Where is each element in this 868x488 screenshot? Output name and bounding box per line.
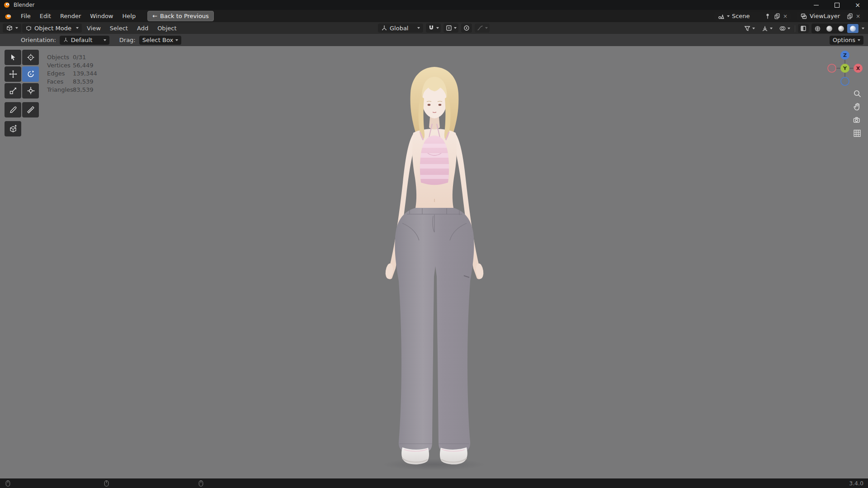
- pin-icon[interactable]: [764, 13, 771, 20]
- unlink-scene-icon[interactable]: ×: [783, 14, 788, 19]
- window-title: Blender: [14, 2, 35, 8]
- toggle-ortho-button[interactable]: [852, 128, 863, 139]
- chevron-down-icon: [417, 27, 420, 29]
- viewlayer-selector[interactable]: ViewLayer ×: [797, 12, 863, 21]
- mouse-left-hint-icon: [5, 480, 11, 487]
- menu-edit[interactable]: Edit: [35, 10, 56, 22]
- back-to-previous-button[interactable]: ← Back to Previous: [147, 11, 214, 21]
- menubar: File Edit Render Window Help ← Back to P…: [0, 10, 868, 23]
- axis-navigation-gizmo[interactable]: Z X Y: [826, 49, 864, 87]
- shading-solid-button[interactable]: [824, 24, 835, 33]
- axis-y-label: Y: [843, 66, 847, 71]
- transform-orientation-dropdown[interactable]: Global: [378, 23, 423, 33]
- tool-palette: [5, 50, 40, 138]
- menu-add[interactable]: Add: [133, 23, 152, 33]
- mode-dropdown[interactable]: Object Mode: [22, 23, 82, 33]
- new-scene-icon[interactable]: [774, 13, 781, 20]
- chevron-down-icon: [485, 27, 488, 29]
- scene-icon: [717, 13, 725, 20]
- viewport-header: Object Mode View Select Add Object Globa…: [0, 22, 868, 34]
- chevron-down-icon: [727, 15, 730, 17]
- xray-toggle-button[interactable]: [798, 24, 809, 33]
- proportional-editing-icon: [463, 24, 470, 32]
- axis-z-negative-handle[interactable]: [841, 77, 849, 85]
- select-tweak-tool-button[interactable]: [5, 50, 21, 65]
- stat-label: Edges: [47, 70, 73, 78]
- scale-tool-button[interactable]: [5, 83, 21, 99]
- gizmo-icon: [761, 25, 769, 32]
- scene-viewlayer-area: Scene × ViewLayer ×: [714, 12, 863, 21]
- viewlayer-name[interactable]: ViewLayer: [810, 13, 844, 19]
- proportional-editing-button[interactable]: [461, 23, 472, 33]
- chevron-down-icon: [104, 39, 106, 41]
- app-menu-button[interactable]: [0, 10, 16, 22]
- menu-view[interactable]: View: [83, 23, 105, 33]
- stat-label: Triangles: [47, 86, 73, 94]
- orientation-axes-icon: [63, 37, 69, 43]
- camera-view-button[interactable]: [852, 115, 863, 126]
- move-tool-button[interactable]: [5, 66, 21, 82]
- remove-viewlayer-icon[interactable]: ×: [856, 14, 860, 19]
- scene-selector[interactable]: Scene ×: [714, 12, 791, 21]
- stat-label: Vertices: [47, 61, 73, 70]
- viewport-header-right: [742, 23, 864, 33]
- transform-icon: [26, 86, 35, 95]
- add-cube-tool-button[interactable]: [5, 121, 21, 136]
- axis-x-negative-handle[interactable]: [828, 64, 836, 72]
- editor-type-button[interactable]: [3, 23, 21, 33]
- orientation-default-dropdown[interactable]: Default: [60, 36, 109, 45]
- options-label: Options: [833, 37, 855, 43]
- window-close-button[interactable]: ×: [847, 0, 868, 10]
- selectability-filter-dropdown[interactable]: [742, 24, 757, 33]
- zoom-button[interactable]: [852, 88, 863, 99]
- new-viewlayer-icon[interactable]: [846, 13, 854, 20]
- menu-help[interactable]: Help: [118, 10, 141, 22]
- options-dropdown[interactable]: Options: [830, 36, 863, 45]
- window-maximize-button[interactable]: [826, 0, 847, 10]
- menu-select[interactable]: Select: [106, 23, 132, 33]
- pan-button[interactable]: [852, 101, 863, 112]
- measure-tool-button[interactable]: [22, 102, 39, 117]
- stat-row: Triangles83,539: [47, 86, 97, 94]
- window-controls: ×: [806, 0, 868, 10]
- hand-icon: [853, 102, 862, 111]
- character-model[interactable]: [375, 64, 493, 466]
- orientation-default-value: Default: [71, 37, 101, 43]
- snap-toggle-button[interactable]: [426, 23, 441, 33]
- character-figure: [375, 64, 493, 466]
- snap-target-dropdown[interactable]: [443, 23, 458, 33]
- drag-dropdown[interactable]: Select Box: [139, 36, 181, 45]
- back-to-previous-label: Back to Previous: [160, 13, 209, 19]
- transform-tool-button[interactable]: [22, 83, 39, 99]
- snap-increment-icon: [445, 24, 453, 32]
- stat-row: Edges139,344: [47, 70, 97, 78]
- scene-name[interactable]: Scene: [732, 13, 762, 19]
- solid-sphere-icon: [826, 26, 832, 32]
- tool-settings-right: Options: [830, 36, 863, 45]
- gizmos-dropdown[interactable]: [760, 24, 774, 33]
- separator: [795, 25, 795, 32]
- shading-dropdown-chevron[interactable]: [862, 28, 864, 29]
- wireframe-sphere-icon: [814, 25, 821, 32]
- orientation-value: Global: [390, 25, 415, 32]
- stat-label: Objects: [47, 53, 73, 61]
- stat-value: 83,539: [73, 86, 94, 94]
- menu-render[interactable]: Render: [56, 10, 85, 22]
- overlays-dropdown[interactable]: [777, 24, 792, 33]
- 3d-viewport[interactable]: Objects0/31 Vertices56,449 Edges139,344 …: [0, 46, 868, 479]
- viewport-header-left: Object Mode View Select Add Object: [3, 23, 180, 33]
- mode-label: Object Mode: [34, 25, 74, 32]
- menu-file[interactable]: File: [16, 10, 35, 22]
- rotate-tool-button[interactable]: [22, 66, 39, 82]
- shading-wireframe-button[interactable]: [812, 24, 823, 33]
- shading-material-button[interactable]: [835, 24, 847, 33]
- menu-window[interactable]: Window: [85, 10, 118, 22]
- proportional-falloff-dropdown[interactable]: [475, 23, 490, 33]
- chevron-down-icon: [436, 27, 439, 29]
- shading-rendered-button[interactable]: [847, 24, 859, 33]
- menu-object[interactable]: Object: [153, 23, 180, 33]
- chevron-down-icon: [76, 27, 79, 29]
- annotate-tool-button[interactable]: [5, 102, 21, 117]
- window-minimize-button[interactable]: [806, 0, 826, 10]
- 3d-cursor-tool-button[interactable]: [22, 50, 39, 65]
